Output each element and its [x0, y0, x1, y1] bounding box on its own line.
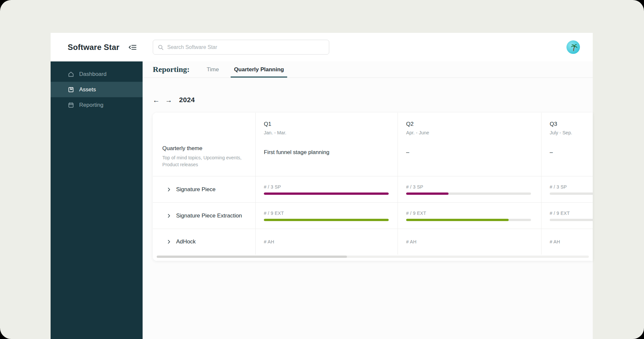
scrollbar-thumb[interactable]: [157, 256, 347, 258]
sidebar-item-label: Dashboard: [79, 71, 106, 78]
search-bar: [153, 40, 329, 55]
prev-year-arrow-icon[interactable]: ←: [153, 97, 160, 103]
metric-label: # / 3 SP: [264, 184, 389, 190]
q3-label: Q3: [550, 121, 593, 127]
metric-label: # AH: [406, 239, 417, 244]
app-title: Software Star: [68, 43, 119, 52]
row-label: AdHock: [176, 238, 196, 245]
page-title: Reporting:: [153, 65, 190, 74]
q2-theme-value: –: [406, 149, 533, 156]
progress-bar: [550, 219, 593, 221]
ext-q3-cell: # / 9 EXT: [541, 203, 593, 229]
sidebar-item-reporting[interactable]: Reporting: [51, 97, 143, 113]
sp-q2-cell: # / 3 SP: [398, 176, 541, 203]
year-label: 2024: [179, 96, 195, 104]
row-signature-piece[interactable]: Signature Piece: [153, 176, 255, 203]
next-year-arrow-icon[interactable]: →: [165, 97, 172, 103]
home-icon: [68, 71, 74, 78]
row-signature-piece-extraction[interactable]: Signature Piece Extraction: [153, 203, 255, 229]
scrollbar-track[interactable]: [157, 256, 589, 258]
quarterly-planning-card: Quarterly theme Top of mind topics, Upco…: [153, 113, 593, 261]
row-label: Signature Piece: [176, 186, 216, 193]
progress-bar: [406, 192, 531, 195]
search-input[interactable]: [167, 44, 324, 50]
year-navigation: ← → 2024: [153, 93, 593, 106]
chevron-right-icon[interactable]: [166, 213, 172, 218]
adhock-q2-cell: # AH: [398, 229, 541, 255]
ext-q1-cell: # / 9 EXT: [255, 203, 398, 229]
sidebar: Dashboard Assets: [51, 61, 143, 339]
quarterly-theme-title: Quarterly theme: [162, 145, 249, 152]
app-window: Software Star: [51, 33, 593, 339]
q2-theme-cell: Q2 Apr. - June –: [398, 113, 541, 176]
row-adhock[interactable]: AdHock: [153, 229, 255, 255]
progress-bar: [550, 192, 593, 195]
quarterly-theme-header-cell: Quarterly theme Top of mind topics, Upco…: [153, 113, 255, 176]
sidebar-item-label: Reporting: [79, 102, 104, 108]
sp-q3-cell: # / 3 SP: [541, 176, 593, 203]
top-bar: Software Star: [51, 33, 593, 61]
sidebar-item-assets[interactable]: Assets: [51, 82, 143, 97]
main-content: ← → 2024 Quarterly theme Top of mind top…: [143, 78, 593, 339]
chevron-right-icon[interactable]: [166, 187, 172, 192]
avatar[interactable]: [566, 40, 580, 54]
q2-range: Apr. - June: [406, 130, 533, 135]
search-icon: [158, 44, 164, 50]
calendar-icon: [68, 102, 74, 108]
page-background: Software Star: [0, 0, 644, 339]
assets-icon: [68, 86, 74, 93]
q3-theme-cell: Q3 July - Sep. –: [541, 113, 593, 176]
q1-theme-value: First funnel stage planning: [264, 149, 389, 156]
row-label: Signature Piece Extraction: [176, 213, 242, 219]
logo-box: Software Star: [51, 43, 143, 52]
metric-label: # / 9 EXT: [550, 211, 593, 216]
adhock-q3-cell: # AH: [541, 229, 593, 255]
tab-time[interactable]: Time: [203, 61, 222, 78]
ext-q2-cell: # / 9 EXT: [398, 203, 541, 229]
palm-tree-icon: [569, 43, 578, 52]
q2-label: Q2: [406, 121, 533, 127]
metric-label: # / 9 EXT: [264, 211, 389, 216]
progress-bar: [264, 192, 389, 195]
planning-table-viewport: Quarterly theme Top of mind topics, Upco…: [153, 113, 593, 255]
adhock-q1-cell: # AH: [255, 229, 398, 255]
q1-label: Q1: [264, 121, 389, 127]
horizontal-scrollbar: [153, 255, 593, 261]
sidebar-item-label: Assets: [79, 86, 96, 93]
sidebar-collapse-icon[interactable]: [128, 44, 137, 51]
tab-quarterly-planning[interactable]: Quarterly Planning: [231, 61, 287, 78]
progress-bar: [406, 219, 531, 221]
q3-theme-value: –: [550, 149, 593, 156]
reporting-tabs-row: Reporting: Time Quarterly Planning: [143, 61, 593, 78]
q1-range: Jan. - Mar.: [264, 130, 389, 135]
sp-q1-cell: # / 3 SP: [255, 176, 398, 203]
chevron-right-icon[interactable]: [166, 239, 172, 244]
metric-label: # AH: [264, 239, 274, 244]
metric-label: # / 3 SP: [550, 184, 593, 190]
q1-theme-cell: Q1 Jan. - Mar. First funnel stage planni…: [255, 113, 398, 176]
metric-label: # / 3 SP: [406, 184, 533, 190]
metric-label: # AH: [550, 239, 560, 244]
planning-table: Quarterly theme Top of mind topics, Upco…: [153, 113, 593, 255]
metric-label: # / 9 EXT: [406, 211, 533, 216]
sidebar-item-dashboard[interactable]: Dashboard: [51, 66, 143, 82]
quarterly-theme-sublabel: Top of mind topics, Upcoming events, Pro…: [162, 154, 249, 168]
q3-range: July - Sep.: [550, 130, 593, 135]
progress-bar: [264, 219, 389, 221]
